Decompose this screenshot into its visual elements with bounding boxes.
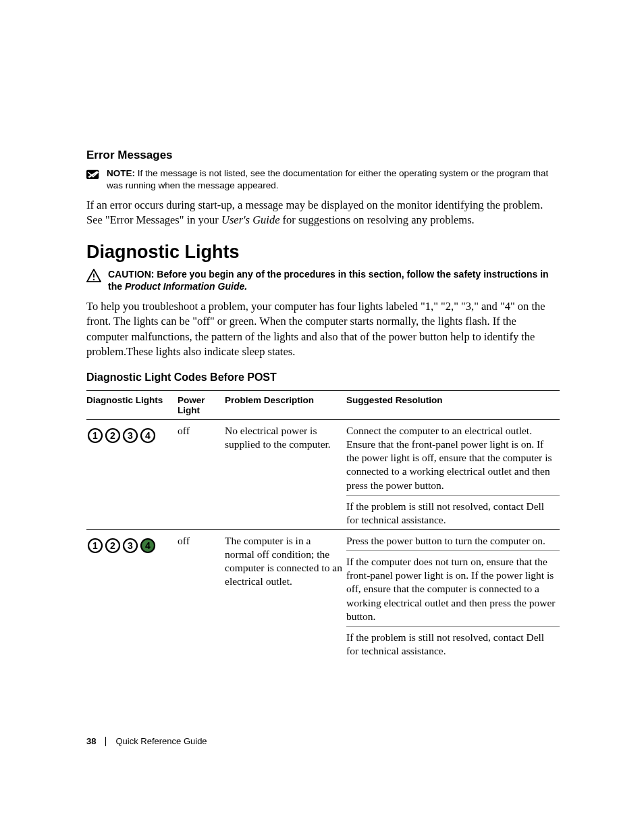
cell-problem: The computer is in a normal off conditio… <box>225 530 346 661</box>
caution-em: Product Information Guide. <box>125 281 247 292</box>
caution-text: CAUTION: Before you begin any of the pro… <box>108 268 560 292</box>
th-lights: Diagnostic Lights <box>86 391 178 420</box>
cell-resolution: If the problem is still not resolved, co… <box>346 626 560 660</box>
diagnostic-lights-heading: Diagnostic Lights <box>86 242 560 263</box>
page-footer: 38 Quick Reference Guide <box>86 736 207 746</box>
cell-power: off <box>178 420 225 530</box>
cell-power: off <box>178 530 225 661</box>
caution-icon <box>86 269 101 282</box>
cell-resolution: If the problem is still not resolved, co… <box>346 495 560 529</box>
error-body: If an error occurs during start-up, a me… <box>86 198 560 228</box>
svg-text:3: 3 <box>128 430 133 441</box>
note-block: NOTE: If the message is not listed, see … <box>86 167 560 191</box>
svg-text:4: 4 <box>145 540 151 551</box>
table-row: 1 2 3 4 off The computer is in a normal … <box>86 530 560 551</box>
cell-resolution: Press the power button to turn the compu… <box>346 530 560 551</box>
note-icon <box>86 169 100 180</box>
table-header-row: Diagnostic Lights Power Light Problem De… <box>86 391 560 420</box>
table-row: 1 2 3 4 off No electrical power is suppl… <box>86 420 560 496</box>
error-body-post: for suggestions on resolving any problem… <box>279 213 474 226</box>
note-label: NOTE: <box>107 168 135 178</box>
th-problem: Problem Description <box>225 391 346 420</box>
error-messages-heading: Error Messages <box>86 149 560 162</box>
note-text: NOTE: If the message is not listed, see … <box>107 167 560 191</box>
cell-resolution: Connect the computer to an electrical ou… <box>346 420 560 496</box>
svg-text:1: 1 <box>92 540 98 551</box>
diagnostic-lights-icon: 1 2 3 4 <box>86 427 173 444</box>
svg-text:2: 2 <box>110 540 115 551</box>
error-body-em: User's Guide <box>221 213 279 226</box>
page: Error Messages NOTE: If the message is n… <box>0 0 644 834</box>
codes-table: Diagnostic Lights Power Light Problem De… <box>86 390 560 660</box>
footer-title: Quick Reference Guide <box>115 736 207 746</box>
cell-lights: 1 2 3 4 <box>86 420 178 530</box>
diagnostic-lights-icon: 1 2 3 4 <box>86 537 173 554</box>
note-body: If the message is not listed, see the do… <box>107 168 548 190</box>
svg-text:3: 3 <box>128 540 133 551</box>
th-power: Power Light <box>178 391 225 420</box>
svg-text:4: 4 <box>145 430 151 441</box>
th-resolution: Suggested Resolution <box>346 391 560 420</box>
cell-resolution: If the computer does not turn on, ensure… <box>346 551 560 627</box>
caution-block: CAUTION: Before you begin any of the pro… <box>86 268 560 292</box>
footer-divider <box>105 737 106 746</box>
svg-text:1: 1 <box>92 430 98 441</box>
codes-heading: Diagnostic Light Codes Before POST <box>86 371 560 384</box>
diagnostic-body: To help you troubleshoot a problem, your… <box>86 299 560 359</box>
svg-text:2: 2 <box>110 430 115 441</box>
cell-lights: 1 2 3 4 <box>86 530 178 661</box>
caution-label: CAUTION: <box>108 269 154 280</box>
svg-point-2 <box>93 278 95 280</box>
page-number: 38 <box>86 736 96 746</box>
cell-problem: No electrical power is supplied to the c… <box>225 420 346 530</box>
